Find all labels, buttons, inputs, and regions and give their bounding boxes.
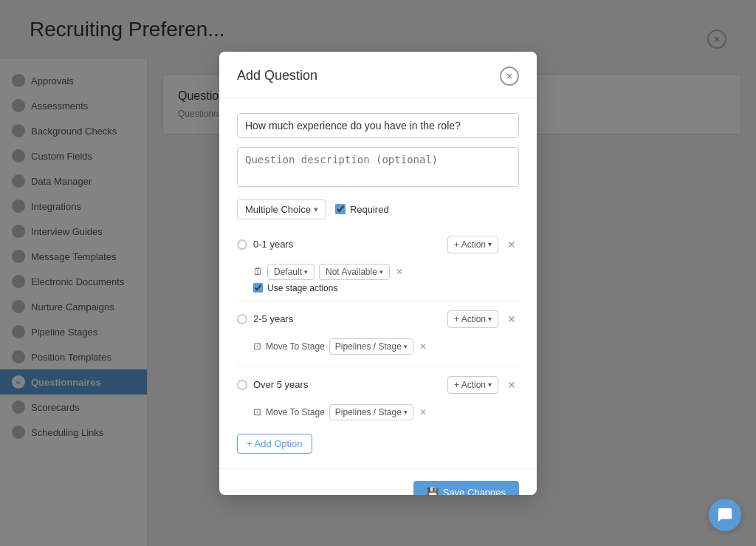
option-3-label: Over 5 years — [253, 379, 441, 390]
option-2-label: 2-5 years — [253, 313, 441, 324]
option-2-pipeline-dropdown[interactable]: Pipelines / Stage — [329, 338, 413, 355]
option-1-stage-icon: 🗓 — [253, 266, 263, 277]
options-list: 0-1 years + Action ✕ 🗓 Default Not Avail… — [237, 231, 519, 428]
option-2-action-button[interactable]: + Action — [447, 310, 498, 328]
modal-title: Add Question — [237, 68, 317, 83]
option-1-use-stage-actions-row: Use stage actions — [253, 283, 519, 293]
option-3-stage-action: ⊡ Move To Stage Pipelines / Stage ✕ — [253, 398, 519, 428]
chat-bubble-button[interactable] — [709, 499, 741, 531]
save-changes-button[interactable]: 💾 Save Changes — [413, 481, 519, 495]
question-type-row: Multiple Choice Required — [237, 199, 519, 219]
option-2-delete-button[interactable]: ✕ — [504, 312, 519, 327]
option-3-delete-button[interactable]: ✕ — [504, 378, 519, 392]
option-1-default-row: 🗓 Default Not Available ✕ — [253, 264, 519, 280]
option-1-action-button[interactable]: + Action — [447, 236, 498, 253]
question-description-input[interactable] — [237, 147, 519, 187]
option-3: Over 5 years + Action ✕ ⊡ Move To Stage … — [237, 372, 519, 428]
option-2-row: 2-5 years + Action ✕ — [237, 306, 519, 332]
option-2-move-to-stage-row: ⊡ Move To Stage Pipelines / Stage ✕ — [253, 338, 519, 355]
modal-body: Multiple Choice Required 0-1 years + Act… — [219, 98, 537, 468]
option-2: 2-5 years + Action ✕ ⊡ Move To Stage Pip… — [237, 306, 519, 372]
modal-footer: 💾 Save Changes — [219, 468, 537, 495]
modal-overlay: Add Question × Multiple Choice Required — [0, 0, 756, 546]
add-question-modal: Add Question × Multiple Choice Required — [219, 52, 537, 495]
option-2-move-to-stage-label: Move To Stage — [266, 341, 325, 352]
option-1-delete-button[interactable]: ✕ — [504, 237, 519, 252]
divider-2 — [237, 366, 519, 367]
option-2-radio[interactable] — [237, 314, 247, 324]
save-icon: 💾 — [427, 487, 439, 495]
modal-close-button[interactable]: × — [500, 66, 519, 86]
option-1-radio[interactable] — [237, 239, 247, 250]
option-1-use-stage-actions-label: Use stage actions — [267, 283, 337, 293]
option-2-stage-icon: ⊡ — [253, 341, 261, 352]
modal-header: Add Question × — [219, 52, 537, 98]
option-3-stage-icon: ⊡ — [253, 406, 261, 417]
option-3-radio[interactable] — [237, 380, 247, 390]
required-checkbox[interactable] — [335, 204, 346, 214]
option-3-stage-remove-button[interactable]: ✕ — [418, 407, 428, 417]
add-option-button[interactable]: + Add Option — [237, 434, 312, 454]
option-1-stage-remove-button[interactable]: ✕ — [394, 267, 405, 277]
option-3-pipeline-dropdown[interactable]: Pipelines / Stage — [329, 404, 413, 420]
option-3-move-to-stage-row: ⊡ Move To Stage Pipelines / Stage ✕ — [253, 404, 519, 420]
required-checkbox-label[interactable]: Required — [335, 204, 389, 215]
question-text-input[interactable] — [237, 113, 519, 138]
option-2-stage-action: ⊡ Move To Stage Pipelines / Stage ✕ — [253, 332, 519, 362]
question-type-dropdown[interactable]: Multiple Choice — [237, 199, 326, 219]
option-1: 0-1 years + Action ✕ 🗓 Default Not Avail… — [237, 231, 519, 306]
divider-1 — [237, 301, 519, 301]
option-2-stage-remove-button[interactable]: ✕ — [418, 341, 428, 352]
option-3-row: Over 5 years + Action ✕ — [237, 372, 519, 398]
option-3-action-button[interactable]: + Action — [447, 376, 498, 394]
option-1-label: 0-1 years — [253, 239, 441, 250]
option-1-default-dropdown[interactable]: Default — [267, 264, 315, 280]
option-1-use-stage-actions-checkbox[interactable] — [253, 283, 263, 293]
option-3-move-to-stage-label: Move To Stage — [266, 407, 325, 417]
option-1-stage-action: 🗓 Default Not Available ✕ Use stage acti… — [253, 258, 519, 296]
option-1-row: 0-1 years + Action ✕ — [237, 231, 519, 258]
chat-icon — [717, 507, 733, 523]
option-1-not-available-dropdown[interactable]: Not Available — [319, 264, 390, 280]
